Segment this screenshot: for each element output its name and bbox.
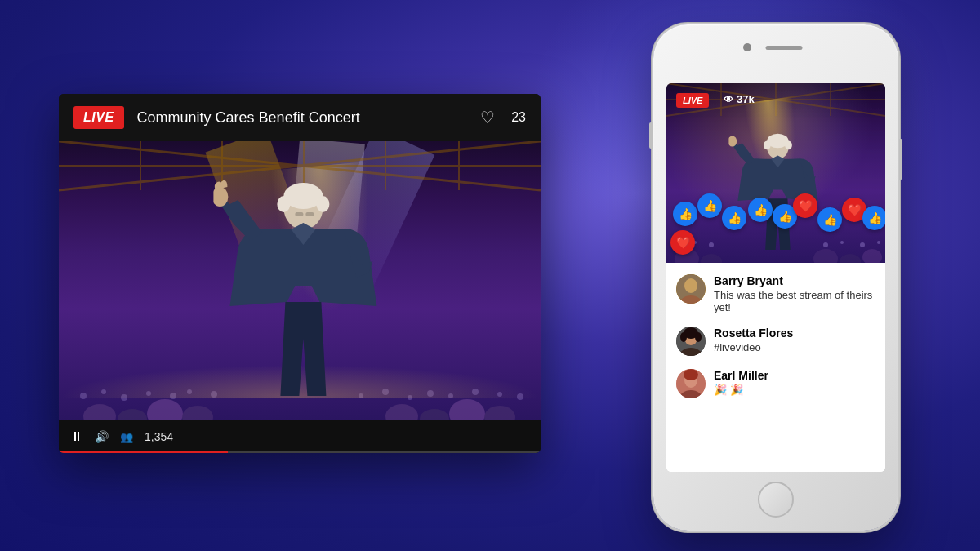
svg-point-49 [675,249,699,263]
svg-point-55 [693,241,697,244]
svg-point-68 [680,332,687,342]
comment-name-barry: Barry Bryant [714,274,875,287]
phone-container: LIVE 👁 37k 👍 👍 👍 ❤️ 👍 👍 ❤️ 👍 ❤️ 👍 [653,24,898,531]
video-title: Community Cares Benefit Concert [137,109,468,127]
phone-screen: LIVE 👁 37k 👍 👍 👍 ❤️ 👍 👍 ❤️ 👍 ❤️ 👍 [666,83,885,472]
svg-point-47 [785,140,792,149]
svg-point-51 [813,249,838,263]
svg-point-33 [277,196,290,212]
svg-point-14 [449,399,485,420]
pause-button[interactable]: ⏸ [70,429,83,444]
progress-fill [59,451,228,453]
avatar-earl [676,369,706,398]
svg-rect-36 [305,212,314,216]
svg-point-59 [860,242,865,247]
phone-viewer-count: 👁 37k [724,93,755,105]
comment-name-earl: Earl Miller [714,369,875,382]
comment-content-earl: Earl Miller 🎉 🎉 [714,369,875,396]
svg-point-9 [118,409,147,420]
heart-count: 23 [511,110,526,125]
svg-rect-35 [295,212,303,216]
phone-speaker [766,46,803,50]
phone-camera [743,43,751,51]
svg-point-15 [484,406,515,420]
avatar-rosetta [676,327,706,356]
svg-point-60 [877,241,880,244]
comment-item: Rosetta Flores #livevideo [676,327,875,356]
phone-side-button-right [899,139,902,180]
viewer-icon: 👥 [120,431,133,443]
svg-point-69 [695,332,702,342]
svg-point-58 [840,241,844,244]
video-player: LIVE Community Cares Benefit Concert ♡ 2… [59,94,541,453]
volume-button[interactable]: 🔊 [95,430,109,443]
comment-content-barry: Barry Bryant This was the best stream of… [714,274,875,313]
phone-side-button-left [649,122,653,149]
svg-point-57 [823,242,828,247]
concert-scene [59,141,541,420]
phone-comments: Barry Bryant This was the best stream of… [666,263,885,472]
heart-icon[interactable]: ♡ [480,108,495,127]
live-badge: LIVE [74,106,124,129]
comment-name-rosetta: Rosetta Flores [714,327,875,340]
comment-text-barry: This was the best stream of theirs yet! [714,289,875,313]
comment-text-rosetta: #livevideo [714,341,875,353]
comment-content-rosetta: Rosetta Flores #livevideo [714,327,875,353]
svg-point-46 [764,140,771,149]
phone-eye-icon: 👁 [724,94,733,105]
phone-live-badge: LIVE [676,93,709,108]
svg-point-11 [182,406,213,420]
svg-point-34 [316,196,329,212]
video-controls: ⏸ 🔊 👥 1,354 [59,420,541,453]
comment-item: Barry Bryant This was the best stream of… [676,274,875,313]
svg-point-56 [709,242,714,247]
comment-item: Earl Miller 🎉 🎉 [676,369,875,398]
svg-point-50 [701,254,722,263]
video-header: LIVE Community Cares Benefit Concert ♡ 2… [59,94,541,141]
svg-point-13 [420,409,449,420]
svg-point-8 [83,404,116,420]
svg-point-12 [385,404,418,420]
viewer-count: 1,354 [145,430,173,443]
phone-video-area: LIVE 👁 37k 👍 👍 👍 ❤️ 👍 👍 ❤️ 👍 ❤️ 👍 [666,83,885,263]
svg-point-10 [147,399,183,420]
progress-bar[interactable] [59,451,541,453]
svg-point-53 [862,249,882,263]
performer-figure [213,159,393,396]
svg-point-54 [676,242,681,247]
avatar-barry [676,274,706,304]
svg-point-73 [684,369,698,380]
svg-point-62 [684,278,697,293]
svg-point-52 [840,254,861,263]
comment-text-earl: 🎉 🎉 [714,384,875,396]
phone-home-button[interactable] [758,482,794,518]
